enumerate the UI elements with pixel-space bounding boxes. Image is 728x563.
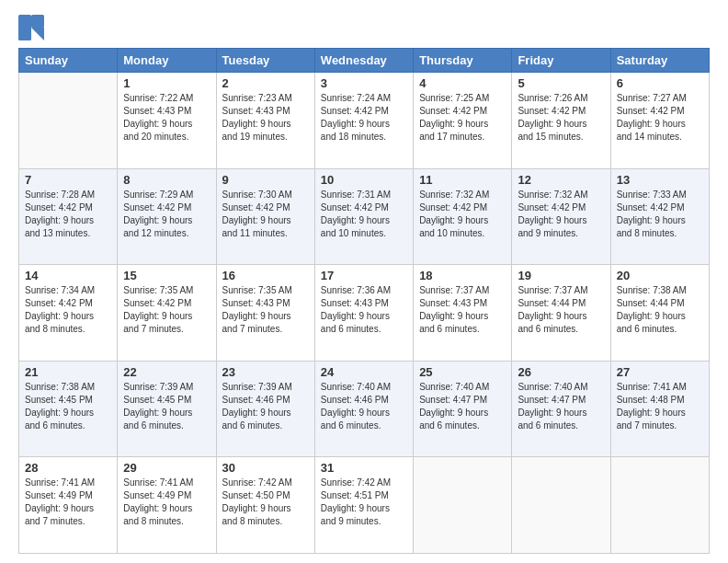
sunrise-text: Sunrise: 7:35 AM: [123, 284, 210, 297]
sunrise-text: Sunrise: 7:39 AM: [222, 381, 309, 394]
day-number: 23: [222, 365, 309, 379]
calendar-week-row: 1Sunrise: 7:22 AMSunset: 4:43 PMDaylight…: [19, 73, 710, 169]
sunrise-text: Sunrise: 7:42 AM: [321, 477, 407, 489]
day-number: 3: [321, 76, 407, 90]
cell-content: Sunrise: 7:32 AMSunset: 4:42 PMDaylight:…: [518, 189, 604, 240]
sunrise-text: Sunrise: 7:41 AM: [123, 477, 210, 489]
calendar-week-row: 28Sunrise: 7:41 AMSunset: 4:49 PMDayligh…: [19, 457, 710, 554]
header: [18, 15, 710, 40]
day-number: 18: [419, 269, 506, 282]
sunset-text: Sunset: 4:47 PM: [518, 394, 604, 407]
sunrise-text: Sunrise: 7:22 AM: [123, 92, 210, 105]
sunset-text: Sunset: 4:42 PM: [518, 201, 604, 214]
sunset-text: Sunset: 4:43 PM: [222, 105, 309, 118]
daylight-text: Daylight: 9 hours and 7 minutes.: [617, 407, 703, 432]
sunset-text: Sunset: 4:42 PM: [419, 105, 506, 118]
sunrise-text: Sunrise: 7:34 AM: [25, 284, 111, 297]
daylight-text: Daylight: 9 hours and 6 minutes.: [419, 407, 506, 432]
daylight-text: Daylight: 9 hours and 7 minutes.: [222, 310, 309, 336]
cell-content: Sunrise: 7:40 AMSunset: 4:47 PMDaylight:…: [518, 381, 604, 432]
day-number: 2: [222, 76, 309, 90]
daylight-text: Daylight: 9 hours and 8 minutes.: [222, 502, 309, 528]
calendar-cell: 8Sunrise: 7:29 AMSunset: 4:42 PMDaylight…: [118, 168, 216, 265]
calendar-cell: 5Sunrise: 7:26 AMSunset: 4:42 PMDaylight…: [512, 73, 610, 169]
cell-content: Sunrise: 7:40 AMSunset: 4:46 PMDaylight:…: [321, 381, 407, 432]
day-number: 5: [518, 76, 604, 90]
cell-content: Sunrise: 7:26 AMSunset: 4:42 PMDaylight:…: [518, 92, 604, 144]
day-number: 27: [617, 365, 703, 379]
sunrise-text: Sunrise: 7:31 AM: [321, 189, 407, 201]
day-number: 22: [123, 365, 210, 379]
sunrise-text: Sunrise: 7:28 AM: [25, 189, 111, 201]
day-number: 19: [518, 269, 604, 282]
sunrise-text: Sunrise: 7:30 AM: [222, 189, 309, 201]
cell-content: Sunrise: 7:27 AMSunset: 4:42 PMDaylight:…: [617, 92, 703, 144]
calendar-cell: 27Sunrise: 7:41 AMSunset: 4:48 PMDayligh…: [610, 361, 709, 457]
sunset-text: Sunset: 4:43 PM: [222, 297, 309, 310]
sunrise-text: Sunrise: 7:29 AM: [123, 189, 210, 201]
svg-rect-1: [31, 15, 44, 28]
daylight-text: Daylight: 9 hours and 11 minutes.: [222, 214, 309, 240]
sunrise-text: Sunrise: 7:41 AM: [617, 381, 703, 394]
calendar-cell: 24Sunrise: 7:40 AMSunset: 4:46 PMDayligh…: [314, 361, 413, 457]
calendar-day-header: Wednesday: [314, 49, 413, 73]
cell-content: Sunrise: 7:31 AMSunset: 4:42 PMDaylight:…: [321, 189, 407, 240]
day-number: 16: [222, 269, 309, 282]
sunset-text: Sunset: 4:45 PM: [25, 394, 111, 407]
calendar-cell: 22Sunrise: 7:39 AMSunset: 4:45 PMDayligh…: [118, 361, 216, 457]
cell-content: Sunrise: 7:34 AMSunset: 4:42 PMDaylight:…: [25, 284, 111, 336]
day-number: 15: [123, 269, 210, 282]
daylight-text: Daylight: 9 hours and 14 minutes.: [617, 118, 703, 144]
daylight-text: Daylight: 9 hours and 6 minutes.: [123, 407, 210, 432]
sunrise-text: Sunrise: 7:24 AM: [321, 92, 407, 105]
calendar-cell: [610, 457, 709, 554]
svg-rect-0: [18, 15, 31, 40]
sunrise-text: Sunrise: 7:26 AM: [518, 92, 604, 105]
cell-content: Sunrise: 7:40 AMSunset: 4:47 PMDaylight:…: [419, 381, 506, 432]
cell-content: Sunrise: 7:42 AMSunset: 4:51 PMDaylight:…: [321, 477, 407, 528]
daylight-text: Daylight: 9 hours and 13 minutes.: [25, 214, 111, 240]
day-number: 28: [25, 461, 111, 475]
calendar-day-header: Tuesday: [216, 49, 314, 73]
calendar-cell: 26Sunrise: 7:40 AMSunset: 4:47 PMDayligh…: [512, 361, 610, 457]
sunrise-text: Sunrise: 7:40 AM: [518, 381, 604, 394]
day-number: 21: [25, 365, 111, 379]
sunrise-text: Sunrise: 7:39 AM: [123, 381, 210, 394]
daylight-text: Daylight: 9 hours and 6 minutes.: [222, 407, 309, 432]
sunrise-text: Sunrise: 7:38 AM: [25, 381, 111, 394]
calendar-cell: 12Sunrise: 7:32 AMSunset: 4:42 PMDayligh…: [512, 168, 610, 265]
calendar-cell: 11Sunrise: 7:32 AMSunset: 4:42 PMDayligh…: [414, 168, 512, 265]
calendar-cell: 9Sunrise: 7:30 AMSunset: 4:42 PMDaylight…: [216, 168, 314, 265]
sunset-text: Sunset: 4:46 PM: [321, 394, 407, 407]
calendar-cell: 7Sunrise: 7:28 AMSunset: 4:42 PMDaylight…: [19, 168, 118, 265]
sunset-text: Sunset: 4:42 PM: [123, 297, 210, 310]
calendar-table: SundayMondayTuesdayWednesdayThursdayFrid…: [18, 48, 710, 554]
cell-content: Sunrise: 7:39 AMSunset: 4:45 PMDaylight:…: [123, 381, 210, 432]
day-number: 1: [123, 76, 210, 90]
calendar-cell: 19Sunrise: 7:37 AMSunset: 4:44 PMDayligh…: [512, 265, 610, 362]
day-number: 12: [518, 173, 604, 187]
sunset-text: Sunset: 4:43 PM: [123, 105, 210, 118]
sunrise-text: Sunrise: 7:37 AM: [518, 284, 604, 297]
daylight-text: Daylight: 9 hours and 10 minutes.: [419, 214, 506, 240]
sunset-text: Sunset: 4:42 PM: [25, 201, 111, 214]
daylight-text: Daylight: 9 hours and 7 minutes.: [25, 502, 111, 528]
calendar-cell: 28Sunrise: 7:41 AMSunset: 4:49 PMDayligh…: [19, 457, 118, 554]
sunrise-text: Sunrise: 7:27 AM: [617, 92, 703, 105]
sunrise-text: Sunrise: 7:41 AM: [25, 477, 111, 489]
calendar-day-header: Sunday: [19, 49, 118, 73]
calendar-cell: [512, 457, 610, 554]
day-number: 25: [419, 365, 506, 379]
sunrise-text: Sunrise: 7:35 AM: [222, 284, 309, 297]
cell-content: Sunrise: 7:35 AMSunset: 4:43 PMDaylight:…: [222, 284, 309, 336]
sunrise-text: Sunrise: 7:38 AM: [617, 284, 703, 297]
calendar-week-row: 14Sunrise: 7:34 AMSunset: 4:42 PMDayligh…: [19, 265, 710, 362]
sunset-text: Sunset: 4:42 PM: [25, 297, 111, 310]
day-number: 10: [321, 173, 407, 187]
day-number: 9: [222, 173, 309, 187]
sunset-text: Sunset: 4:42 PM: [321, 105, 407, 118]
sunset-text: Sunset: 4:48 PM: [617, 394, 703, 407]
sunset-text: Sunset: 4:42 PM: [617, 201, 703, 214]
calendar-cell: [19, 73, 118, 169]
sunrise-text: Sunrise: 7:37 AM: [419, 284, 506, 297]
